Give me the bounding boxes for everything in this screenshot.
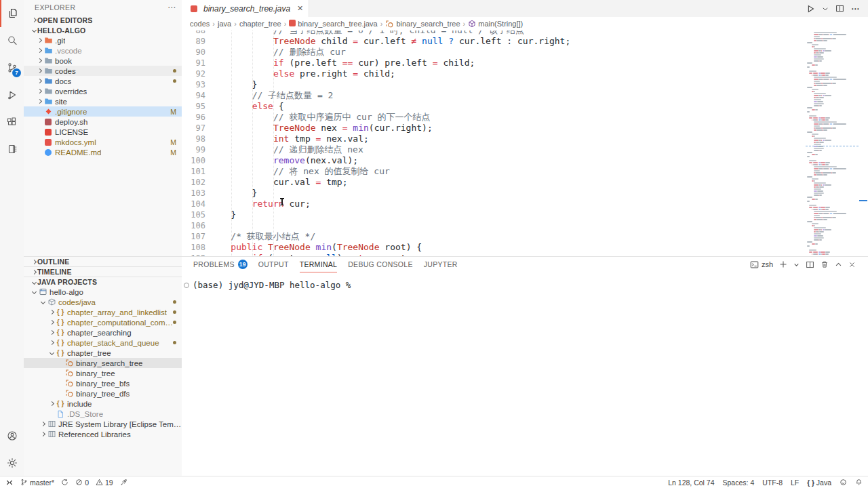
maximize-icon[interactable]	[835, 261, 842, 268]
status-remote-indicator[interactable]	[5, 479, 14, 487]
explorer-item-.vscode[interactable]: .vscode	[24, 45, 182, 56]
code-line[interactable]: 106	[182, 220, 806, 231]
java-item-chapter_stack_and_queue[interactable]: { }chapter_stack_and_queue	[24, 338, 182, 348]
panel-tab-terminal[interactable]: TERMINAL	[300, 257, 338, 272]
minimap[interactable]	[806, 30, 859, 256]
explorer-item-.gitignore[interactable]: .gitignoreM	[24, 106, 182, 117]
code-line[interactable]: 91 if (pre.left == cur) pre.left = child…	[182, 58, 806, 68]
status-encoding[interactable]: UTF-8	[762, 479, 783, 487]
dropdown-icon[interactable]	[793, 262, 800, 268]
tab-binary-search-tree[interactable]: binary_search_tree.java ✕	[182, 0, 309, 17]
code-line[interactable]: 97 TreeNode nex = min(cur.right);	[182, 123, 806, 134]
code-line[interactable]: 100 remove(nex.val);	[182, 155, 806, 166]
java-item-chapter_searching[interactable]: { }chapter_searching	[24, 327, 182, 338]
java-item-binary_search_tree[interactable]: binary_search_tree	[24, 358, 182, 368]
java-item-codesjava[interactable]: codes/java	[24, 297, 182, 307]
status-indentation[interactable]: Spaces: 4	[723, 479, 755, 487]
java-item-include[interactable]: { }include	[24, 399, 182, 409]
panel-tab-problems[interactable]: PROBLEMS19	[193, 257, 248, 272]
activitybar-item-source-control[interactable]: 7	[0, 54, 24, 81]
status-git-branch[interactable]: master*	[20, 479, 54, 487]
status-java-lightweight-mode[interactable]	[120, 479, 127, 486]
status-warnings[interactable]: 19	[96, 479, 113, 487]
activitybar-item-explorer[interactable]	[0, 0, 24, 27]
explorer-item-LICENSE[interactable]: LICENSE	[24, 127, 182, 137]
panel-tab-debug-console[interactable]: DEBUG CONSOLE	[348, 257, 413, 272]
java-item-ReferencedLibraries[interactable]: Referenced Libraries	[24, 429, 182, 439]
java-item-binary_tree[interactable]: binary_tree	[24, 368, 182, 378]
run-button[interactable]	[806, 4, 815, 14]
split-icon[interactable]	[806, 260, 814, 269]
activitybar-item-account[interactable]	[0, 422, 24, 449]
java-item-.DS_Store[interactable]: .DS_Store	[24, 409, 182, 419]
status-feedback[interactable]	[840, 479, 847, 486]
code-line[interactable]: 107 /* 获取最小结点 */	[182, 231, 806, 242]
status-language-mode[interactable]: { }Java	[807, 479, 831, 487]
java-item-chapter_array_and_linkedlist[interactable]: { }chapter_array_and_linkedlist	[24, 307, 182, 317]
explorer-item-codes[interactable]: codes	[24, 66, 182, 76]
breadcrumb-item[interactable]: binary_search_tree.java	[289, 20, 377, 28]
trash-icon[interactable]	[821, 260, 829, 268]
breadcrumb-item[interactable]: codes	[190, 20, 210, 28]
java-item-chapter_computational_complexity[interactable]: { }chapter_computational_complexity	[24, 317, 182, 327]
activitybar-item-settings[interactable]	[0, 449, 24, 476]
code-line[interactable]: 93 }	[182, 79, 806, 90]
explorer-item-site[interactable]: site	[24, 96, 182, 106]
java-item-binary_tree_dfs[interactable]: binary_tree_dfs	[24, 388, 182, 399]
explorer-item-mkdocs.yml[interactable]: mkdocs.ymlM	[24, 137, 182, 147]
status-cursor-position[interactable]: Ln 128, Col 74	[668, 479, 714, 487]
java-item-binary_tree_bfs[interactable]: binary_tree_bfs	[24, 378, 182, 388]
open-editors-header[interactable]: OPEN EDITORS	[24, 15, 182, 25]
java-projects-header[interactable]: JAVA PROJECTS	[24, 277, 182, 287]
status-sync[interactable]	[61, 479, 68, 486]
java-item-chapter_tree[interactable]: { }chapter_tree	[24, 348, 182, 358]
root-folder-header[interactable]: HELLO-ALGO	[24, 25, 182, 35]
code-line[interactable]: 92 else pre.right = child;	[182, 68, 806, 79]
code-line[interactable]: 101 // 将 nex 的值复制给 cur	[182, 166, 806, 177]
activitybar-item-extensions[interactable]	[0, 108, 24, 136]
explorer-item-deploy.sh[interactable]: deploy.sh	[24, 117, 182, 127]
code-line[interactable]: 88 // 当子结点数量 = 0 / 1 时, child = null / 该…	[182, 30, 806, 36]
code-line[interactable]: 89 TreeNode child = cur.left ≠ null ? cu…	[182, 36, 806, 47]
split-editor-icon[interactable]	[835, 4, 844, 13]
breadcrumb-item[interactable]: java	[218, 20, 231, 28]
terminal[interactable]: (base) jyd@JYD-MBP hello-algo %	[182, 272, 868, 290]
explorer-item-README.md[interactable]: README.mdM	[24, 147, 182, 157]
status-errors[interactable]: 0	[75, 479, 89, 487]
tab-close-icon[interactable]: ✕	[297, 4, 303, 13]
editor-more-actions-icon[interactable]: ⋯	[851, 4, 860, 14]
java-item-hello-algo[interactable]: hello-algo	[24, 287, 182, 297]
code-line[interactable]: 105 }	[182, 209, 806, 220]
activitybar-item-search[interactable]	[0, 27, 24, 54]
java-item-JRESystemLibraryEclipseTemurin1717...[interactable]: JRE System Library [Eclipse Temurin 17 […	[24, 419, 182, 429]
breadcrumb-item[interactable]: binary_search_tree	[385, 20, 460, 28]
code-line[interactable]: 103 }	[182, 188, 806, 199]
overview-ruler[interactable]	[859, 30, 868, 256]
run-dropdown-icon[interactable]	[822, 5, 829, 12]
breadcrumb-item[interactable]: main(String[])	[468, 20, 523, 28]
explorer-item-.git[interactable]: .git	[24, 35, 182, 45]
code-line[interactable]: 98 int tmp = nex.val;	[182, 134, 806, 144]
code-line[interactable]: 96 // 获取中序遍历中 cur 的下一个结点	[182, 112, 806, 123]
outline-header[interactable]: OUTLINE	[24, 256, 182, 266]
add-icon[interactable]	[779, 260, 787, 268]
explorer-item-overrides[interactable]: overrides	[24, 86, 182, 96]
status-notifications[interactable]	[855, 479, 863, 486]
breadcrumb-item[interactable]: chapter_tree	[239, 20, 281, 28]
code-line[interactable]: 94 // 子结点数量 = 2	[182, 90, 806, 101]
code-line[interactable]: 99 // 递归删除结点 nex	[182, 144, 806, 155]
activitybar-item-run-debug[interactable]	[0, 81, 24, 108]
shell-selector[interactable]: zsh	[750, 260, 773, 269]
more-actions-icon[interactable]: ⋯	[167, 3, 176, 12]
code-line[interactable]: 108 public TreeNode min(TreeNode root) {	[182, 242, 806, 253]
panel-tab-output[interactable]: OUTPUT	[258, 257, 289, 272]
explorer-item-book[interactable]: book	[24, 56, 182, 66]
code-line[interactable]: 104 return cur;	[182, 199, 806, 209]
code-line[interactable]: 90 // 删除结点 cur	[182, 47, 806, 58]
close-icon[interactable]	[848, 261, 856, 268]
timeline-header[interactable]: TIMELINE	[24, 266, 182, 277]
code-editor[interactable]: 88 // 当子结点数量 = 0 / 1 时, child = null / 该…	[182, 30, 868, 256]
code-line[interactable]: 102 cur.val = tmp;	[182, 177, 806, 188]
activitybar-item-notebook[interactable]	[0, 136, 24, 163]
panel-tab-jupyter[interactable]: JUPYTER	[424, 257, 458, 272]
